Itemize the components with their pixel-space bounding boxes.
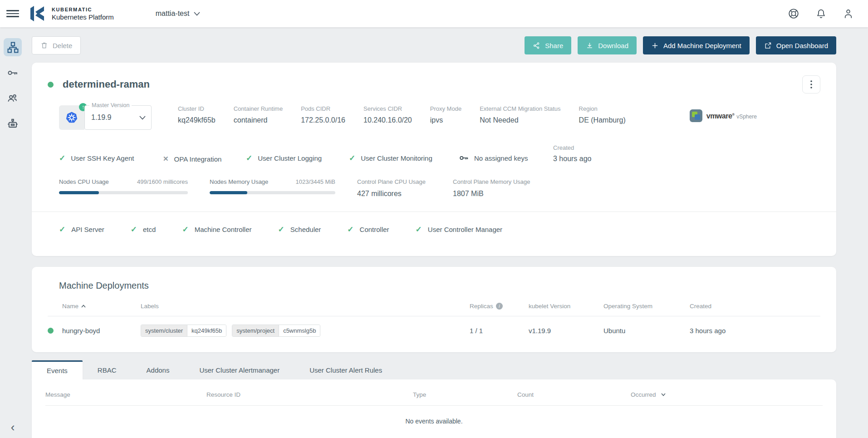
- side-navigation: ‹: [0, 27, 25, 438]
- info-field-proxy-mode: Proxy Mode ipvs: [430, 105, 461, 124]
- check-icon: ✓: [278, 225, 284, 234]
- label-chip: system/project c5wnmslg5b: [232, 325, 320, 337]
- column-occurred[interactable]: Occurred: [631, 391, 823, 398]
- brand-title: KUBERMATIC: [52, 7, 114, 12]
- cluster-toolbar: Delete Share: [32, 36, 836, 54]
- cluster-name: determined-raman: [63, 79, 150, 90]
- events-header-row: Message Resource ID Type Count Occurred: [45, 388, 823, 406]
- info-field-cluster-id: Cluster ID kq249kf65b: [178, 105, 216, 124]
- deployment-name: hungry-boyd: [62, 327, 141, 335]
- column-resource-id: Resource ID: [206, 391, 413, 398]
- delete-label: Delete: [53, 42, 72, 49]
- help-icon[interactable]: [787, 7, 800, 20]
- add-machine-deployment-label: Add Machine Deployment: [663, 42, 741, 49]
- add-machine-deployment-button[interactable]: Add Machine Deployment: [643, 36, 750, 54]
- column-kubelet-version: kubelet Version: [529, 303, 603, 310]
- tab-user-cluster-alertmanager[interactable]: User Cluster Alertmanager: [184, 360, 294, 379]
- info-field-services-cidr: Services CIDR 10.240.16.0/20: [363, 105, 412, 124]
- column-replicas: Replicas i: [470, 303, 529, 310]
- cluster-card: determined-raman: [32, 63, 836, 256]
- sidebar-item-members[interactable]: [4, 89, 22, 107]
- cluster-created: Created 3 hours ago: [553, 144, 592, 163]
- open-dashboard-label: Open Dashboard: [776, 42, 828, 49]
- registered-mark: ®: [732, 113, 734, 117]
- tab-events[interactable]: Events: [32, 360, 83, 379]
- chevron-down-icon: [139, 116, 146, 120]
- sidebar-item-ssh-keys[interactable]: [4, 64, 22, 82]
- tab-rbac[interactable]: RBAC: [83, 360, 132, 379]
- machine-deployments-card: Machine Deployments Name Labels Replicas…: [32, 267, 836, 352]
- project-selector[interactable]: mattia-test: [156, 10, 201, 18]
- feature-user-cluster-monitoring: ✓ ✕ User Cluster Monitoring: [349, 153, 459, 163]
- project-name: mattia-test: [156, 10, 190, 18]
- column-type: Type: [413, 391, 517, 398]
- vsphere-product-text: vSphere: [736, 113, 757, 120]
- download-button[interactable]: Download: [578, 36, 637, 54]
- sidebar-collapse-chevron[interactable]: ‹: [0, 421, 25, 433]
- machine-deployment-row[interactable]: hungry-boyd system/cluster kq249kf65b sy…: [48, 316, 820, 337]
- tab-user-cluster-alert-rules[interactable]: User Cluster Alert Rules: [294, 360, 397, 379]
- nodes-memory-usage-bar: [210, 191, 335, 194]
- robot-icon: [7, 118, 19, 129]
- events-card: Message Resource ID Type Count Occurred …: [32, 379, 836, 438]
- vmware-brand-text: vmware: [706, 112, 732, 120]
- deployment-replicas: 1 / 1: [470, 327, 529, 335]
- info-field-ccm-migration-status: External CCM Migration Status Not Needed: [480, 105, 560, 124]
- sort-asc-icon: [81, 305, 86, 308]
- health-api-server: ✓ API Server: [59, 225, 104, 234]
- machine-deployments-table: Name Labels Replicas i kubelet Version O…: [48, 303, 820, 337]
- deployment-status-dot: [48, 328, 54, 334]
- deployment-created: 3 hours ago: [690, 327, 820, 335]
- cluster-actions-kebab-button[interactable]: [802, 75, 820, 94]
- chevron-down-icon: [194, 12, 200, 16]
- machine-deployments-title: Machine Deployments: [59, 281, 820, 291]
- info-field-container-runtime: Container Runtime containerd: [234, 105, 283, 124]
- health-user-controller-manager: ✓ User Controller Manager: [416, 225, 502, 234]
- master-version-value: 1.19.9: [91, 113, 111, 122]
- plus-icon: [651, 42, 659, 49]
- delete-button[interactable]: Delete: [32, 36, 81, 54]
- check-icon: ✓: [131, 225, 137, 234]
- sidebar-item-clusters[interactable]: [4, 38, 22, 56]
- info-icon[interactable]: i: [496, 303, 503, 310]
- sort-desc-icon: [661, 393, 666, 396]
- deployment-os: Ubuntu: [603, 327, 690, 335]
- kubermatic-logo-icon: [29, 4, 46, 23]
- notifications-bell-icon[interactable]: [814, 7, 827, 20]
- column-name[interactable]: Name: [62, 303, 141, 310]
- share-button[interactable]: Share: [525, 36, 571, 54]
- health-machine-controller: ✓ Machine Controller: [182, 225, 251, 234]
- key-icon: [459, 153, 469, 163]
- check-icon: ✓: [59, 225, 65, 234]
- brand: KUBERMATIC Kubernetes Platform: [29, 4, 114, 23]
- deployment-kubelet-version: v1.19.9: [529, 327, 603, 335]
- health-controller: ✓ Controller: [347, 225, 389, 234]
- master-version-select[interactable]: Master Version 1.19.9: [84, 105, 152, 130]
- feature-user-cluster-logging: ✓ ✕ User Cluster Logging: [246, 153, 349, 163]
- nodes-cpu-usage-bar: [59, 191, 188, 194]
- check-icon: ✓: [246, 153, 252, 163]
- tab-addons[interactable]: Addons: [132, 360, 185, 379]
- share-icon: [533, 42, 540, 49]
- sidebar-item-service-accounts[interactable]: [4, 114, 22, 133]
- control-plane-memory-usage: Control Plane Memory Usage 1807 MiB: [453, 178, 530, 198]
- divider: [32, 212, 836, 212]
- vsphere-icon: [689, 109, 703, 123]
- bottom-tabs: Events RBAC Addons User Cluster Alertman…: [32, 360, 836, 379]
- health-etcd: ✓ etcd: [131, 225, 156, 234]
- user-account-icon[interactable]: [842, 7, 854, 20]
- brand-subtitle: Kubernetes Platform: [52, 13, 114, 21]
- feature-user-ssh-key-agent: ✓ ✕ User SSH Key Agent: [59, 153, 163, 163]
- feature-opa-integration: ✓ ✕ OPA Integration: [163, 155, 246, 163]
- column-created: Created: [690, 303, 820, 310]
- clusters-tree-icon: [7, 42, 19, 53]
- open-dashboard-button[interactable]: Open Dashboard: [756, 36, 836, 54]
- label-chip: system/cluster kq249kf65b: [141, 325, 226, 337]
- column-count: Count: [517, 391, 631, 398]
- check-icon: ✓: [416, 225, 422, 234]
- nodes-cpu-usage: Nodes CPU Usage 499/1600 millicores: [59, 178, 188, 198]
- master-version-control: ↑ Master Version 1.19.9: [59, 105, 152, 130]
- menu-icon[interactable]: [6, 7, 19, 20]
- external-link-icon: [764, 42, 772, 49]
- kubernetes-logo-icon: ↑: [59, 105, 84, 130]
